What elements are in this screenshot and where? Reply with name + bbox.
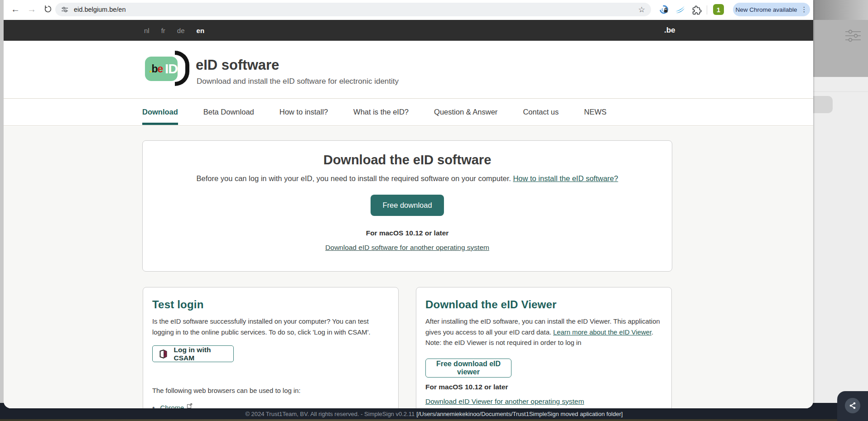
nav-download[interactable]: Download <box>142 99 178 125</box>
learn-more-link[interactable]: Learn more about the eID Viewer <box>553 329 651 336</box>
test-login-body: Is the eID software successfully install… <box>152 316 389 338</box>
one-extension-icon[interactable]: 1 <box>713 4 724 15</box>
viewer-card: Download the eID Viewer After installing… <box>416 287 672 408</box>
background-window-panel <box>813 0 868 421</box>
nav-contact-us[interactable]: Contact us <box>523 99 559 125</box>
kebab-menu-icon[interactable]: ⋮ <box>800 5 807 14</box>
background-window-divider <box>813 91 868 92</box>
main-navigation: Download Beta Download How to install? W… <box>4 99 813 126</box>
nav-question-answer[interactable]: Question & Answer <box>434 99 497 125</box>
language-bar: nl fr de en .be <box>4 20 813 41</box>
how-to-install-link[interactable]: How to install the eID software? <box>513 174 618 182</box>
site-settings-icon[interactable] <box>61 6 68 13</box>
chrome-link[interactable]: Chrome <box>160 404 184 408</box>
back-button[interactable]: ← <box>9 3 22 15</box>
viewer-macos-requirement: For macOS 10.12 or later <box>425 383 662 391</box>
site-header: .be ID eID software Download and install… <box>4 41 813 99</box>
lang-fr[interactable]: fr <box>161 27 165 34</box>
nav-what-is-eid[interactable]: What is the eID? <box>353 99 409 125</box>
desktop-wallpaper-sliver <box>0 419 868 421</box>
browser-window: ← → eid.belgium.be/en ☆ <box>4 0 813 408</box>
chrome-update-button[interactable]: New Chrome available ⋮ <box>733 3 810 16</box>
macos-requirement: For macOS 10.12 or later <box>143 229 672 237</box>
logo-id-text: ID <box>165 57 178 81</box>
lang-en[interactable]: en <box>197 27 205 34</box>
lang-nl[interactable]: nl <box>144 27 149 34</box>
list-bullet: • <box>152 404 155 408</box>
reload-button[interactable] <box>42 3 54 15</box>
viewer-other-os-link[interactable]: Download eID Viewer for another operatin… <box>425 397 584 406</box>
language-switcher: nl fr de en <box>144 20 204 41</box>
other-os-link[interactable]: Download eID software for another operat… <box>325 244 489 252</box>
chrome-update-label: New Chrome available <box>736 6 797 13</box>
viewer-heading: Download the eID Viewer <box>425 298 662 311</box>
footer-app-path: [/Users/annemiekekinoo/Documents/Trust1S… <box>416 411 622 417</box>
nav-news[interactable]: NEWS <box>584 99 607 125</box>
toolbar-separator <box>707 5 707 14</box>
external-link-icon <box>187 403 193 408</box>
csam-door-icon <box>158 348 169 360</box>
page-subtitle: Download and install the eID software fo… <box>197 77 399 86</box>
csam-login-label: Log in with CSAM <box>174 346 228 362</box>
url-text: eid.belgium.be/en <box>74 6 125 13</box>
share-button[interactable] <box>845 398 860 413</box>
background-window-titlebar <box>813 0 868 20</box>
background-window-field <box>813 96 833 113</box>
tune-sliders-icon[interactable] <box>845 29 861 43</box>
page-content: Download the eID software Before you can… <box>4 126 813 408</box>
simplesign-footer: © 2024 Trust1Team, BV. All rights reserv… <box>0 408 868 419</box>
floating-share-panel <box>837 391 868 421</box>
free-download-button[interactable]: Free download <box>371 195 444 216</box>
footer-copyright: © 2024 Trust1Team, BV. All rights reserv… <box>245 411 415 417</box>
desktop-left-strip <box>0 0 4 421</box>
share-icon <box>849 402 857 410</box>
lang-de[interactable]: de <box>177 27 185 34</box>
csam-login-button[interactable]: Log in with CSAM <box>152 345 234 362</box>
nav-how-to-install[interactable]: How to install? <box>280 99 328 125</box>
be-brand-link[interactable]: .be <box>664 20 675 41</box>
nav-beta-download[interactable]: Beta Download <box>203 99 254 125</box>
viewer-body: After installing the eID software, you c… <box>425 316 662 349</box>
free-download-viewer-button[interactable]: Free download eID viewer <box>425 359 511 378</box>
viewer-note: Note: the eID Viewer is not required in … <box>425 339 581 346</box>
download-card: Download the eID software Before you can… <box>142 140 672 272</box>
background-window-toolbar <box>813 20 868 77</box>
download-card-intro: Before you can log in with your eID, you… <box>143 174 672 183</box>
logo-be-text: .be <box>149 63 163 75</box>
privacy-extension-icon[interactable] <box>658 4 670 16</box>
browser-toolbar: ← → eid.belgium.be/en ☆ <box>4 0 813 20</box>
extensions-puzzle-icon[interactable] <box>690 4 702 16</box>
bookmark-star-icon[interactable]: ☆ <box>638 5 645 14</box>
address-bar[interactable]: eid.belgium.be/en ☆ <box>55 3 651 16</box>
eid-logo[interactable]: .be ID <box>145 51 191 86</box>
download-card-heading: Download the eID software <box>143 153 672 167</box>
browser-list-item: • Chrome <box>152 404 389 408</box>
intro-text: Before you can log in with your eID, you… <box>197 174 513 182</box>
feather-extension-icon[interactable] <box>674 4 686 16</box>
reload-icon <box>44 5 52 13</box>
page-title: eID software <box>196 57 279 73</box>
test-login-heading: Test login <box>152 298 389 311</box>
viewer-body-period: . <box>651 329 653 336</box>
test-login-card: Test login Is the eID software successfu… <box>143 287 399 408</box>
browsers-label: The following web browsers can be used t… <box>152 387 389 394</box>
forward-button[interactable]: → <box>25 3 38 15</box>
